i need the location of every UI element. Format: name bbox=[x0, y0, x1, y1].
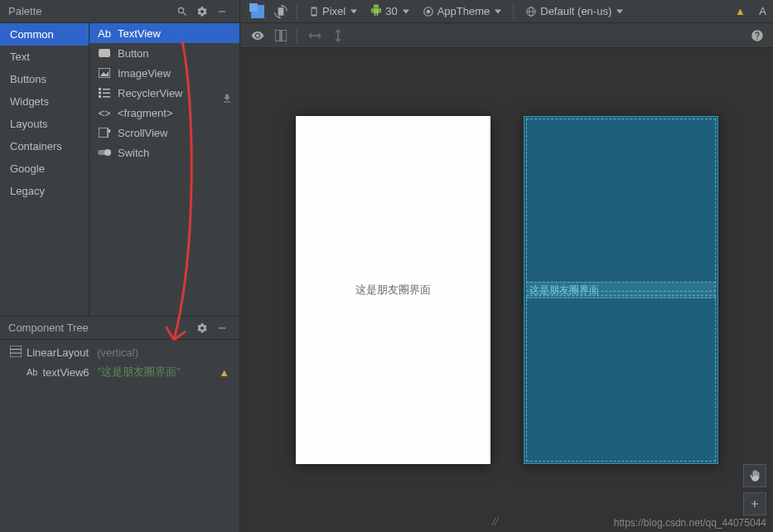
svg-rect-13 bbox=[10, 346, 22, 357]
preview-text: 这是朋友圈界面 bbox=[355, 283, 431, 297]
palette-item-imageview[interactable]: ImageView bbox=[89, 63, 239, 83]
blueprint-region-bottom bbox=[526, 295, 716, 462]
warning-icon[interactable]: ▲ bbox=[731, 2, 749, 21]
palette-item-fragment[interactable]: <> <fragment> bbox=[89, 103, 239, 123]
textview-icon: Ab bbox=[27, 367, 37, 377]
svg-rect-10 bbox=[109, 129, 110, 133]
expand-horizontal-icon[interactable] bbox=[306, 27, 324, 45]
divider bbox=[297, 4, 297, 19]
help-icon[interactable] bbox=[748, 27, 766, 45]
image-icon bbox=[98, 66, 111, 80]
palette-item-button[interactable]: Button bbox=[89, 43, 239, 63]
blueprint-preview[interactable]: 这是朋友圈界面 bbox=[524, 116, 718, 464]
attributes-label[interactable]: A bbox=[759, 5, 766, 17]
button-icon bbox=[98, 46, 111, 60]
palette-item-label: <fragment> bbox=[118, 107, 173, 119]
svg-rect-3 bbox=[99, 88, 101, 90]
ct-row-textview6[interactable]: Ab textView6 "这是朋友圈界面" ▲ bbox=[0, 362, 239, 382]
fragment-icon: <> bbox=[98, 106, 111, 119]
theme-label: AppTheme bbox=[437, 5, 490, 17]
minimize-icon[interactable] bbox=[213, 319, 231, 337]
svg-rect-4 bbox=[103, 89, 110, 90]
watermark: https://blog.csdn.net/qq_44075044 bbox=[614, 517, 766, 529]
ct-hint: (vertical) bbox=[97, 346, 138, 359]
svg-rect-5 bbox=[99, 92, 101, 94]
svg-rect-21 bbox=[275, 30, 280, 41]
eye-icon[interactable] bbox=[249, 27, 267, 45]
expand-vertical-icon[interactable] bbox=[329, 27, 347, 45]
divider bbox=[513, 4, 514, 19]
palette-item-label: ImageView bbox=[118, 67, 171, 80]
svg-rect-9 bbox=[99, 128, 108, 138]
theme-dropdown[interactable]: AppTheme bbox=[418, 3, 507, 19]
palette-category-legacy[interactable]: Legacy bbox=[0, 180, 89, 202]
layers-icon[interactable] bbox=[249, 2, 267, 21]
api-label: 30 bbox=[385, 5, 397, 17]
minimize-icon[interactable] bbox=[213, 2, 231, 21]
ct-text-hint: "这是朋友圈界面" bbox=[98, 365, 181, 380]
ct-row-linearlayout[interactable]: LinearLayout (vertical) bbox=[0, 343, 239, 362]
palette-category-buttons[interactable]: Buttons bbox=[0, 68, 89, 90]
orientation-icon[interactable] bbox=[272, 2, 290, 21]
palette-category-layouts[interactable]: Layouts bbox=[0, 113, 89, 135]
svg-rect-22 bbox=[282, 30, 287, 41]
recycler-icon bbox=[98, 86, 111, 99]
warning-icon[interactable]: ▲ bbox=[219, 366, 229, 379]
component-tree-title: Component Tree bbox=[8, 322, 191, 334]
palette-item-label: TextView bbox=[118, 27, 161, 40]
blueprint-region-top bbox=[526, 118, 716, 292]
resize-handle[interactable]: ⫽ bbox=[489, 514, 502, 529]
palette-item-label: Button bbox=[118, 47, 149, 60]
palette-item-label: ScrollView bbox=[118, 127, 167, 139]
ct-label: textView6 bbox=[42, 366, 89, 379]
palette-category-containers[interactable]: Containers bbox=[0, 135, 89, 157]
gear-icon[interactable] bbox=[193, 319, 211, 337]
device-label: Pixel bbox=[322, 5, 345, 17]
gear-icon[interactable] bbox=[193, 2, 211, 21]
palette-item-recyclerview[interactable]: RecyclerView bbox=[89, 83, 239, 103]
ct-label: LinearLayout bbox=[27, 346, 89, 359]
scrollview-icon bbox=[98, 126, 111, 139]
palette-category-widgets[interactable]: Widgets bbox=[0, 90, 89, 113]
palette-category-text[interactable]: Text bbox=[0, 46, 89, 68]
palette-item-label: Switch bbox=[118, 147, 149, 159]
palette-title: Palette bbox=[8, 5, 172, 17]
svg-rect-8 bbox=[103, 96, 110, 98]
search-icon[interactable] bbox=[173, 2, 191, 21]
zoom-add-button[interactable] bbox=[743, 492, 766, 515]
linearlayout-icon bbox=[10, 346, 22, 360]
device-dropdown[interactable]: Pixel bbox=[304, 3, 362, 20]
svg-point-17 bbox=[426, 9, 430, 13]
locale-label: Default (en-us) bbox=[540, 5, 611, 17]
design-preview[interactable]: 这是朋友圈界面 bbox=[296, 116, 490, 464]
palette-category-google[interactable]: Google bbox=[0, 157, 89, 180]
locale-dropdown[interactable]: Default (en-us) bbox=[520, 3, 628, 19]
pan-button[interactable] bbox=[743, 464, 766, 487]
svg-point-12 bbox=[104, 149, 111, 156]
palette-item-scrollview[interactable]: ScrollView bbox=[89, 123, 239, 143]
palette-item-textview[interactable]: Ab TextView bbox=[89, 23, 239, 43]
blueprint-text: 这是朋友圈界面 bbox=[529, 283, 599, 297]
api-dropdown[interactable]: 30 bbox=[365, 2, 413, 20]
switch-icon bbox=[98, 146, 111, 159]
svg-rect-7 bbox=[99, 95, 101, 98]
grid-icon[interactable] bbox=[272, 27, 290, 45]
divider bbox=[297, 28, 297, 43]
palette-category-common[interactable]: Common bbox=[0, 23, 89, 46]
palette-item-label: RecyclerView bbox=[118, 87, 183, 99]
palette-categories: Common Text Buttons Widgets Layouts Cont… bbox=[0, 23, 89, 316]
svg-marker-2 bbox=[100, 71, 109, 76]
svg-rect-0 bbox=[99, 49, 110, 57]
download-icon[interactable] bbox=[218, 89, 236, 108]
textview-icon: Ab bbox=[98, 27, 111, 40]
android-icon bbox=[370, 4, 382, 18]
palette-item-switch[interactable]: Switch bbox=[89, 143, 239, 162]
svg-rect-6 bbox=[103, 93, 110, 94]
palette-items: Ab TextView Button ImageView RecyclerVie… bbox=[89, 23, 239, 316]
